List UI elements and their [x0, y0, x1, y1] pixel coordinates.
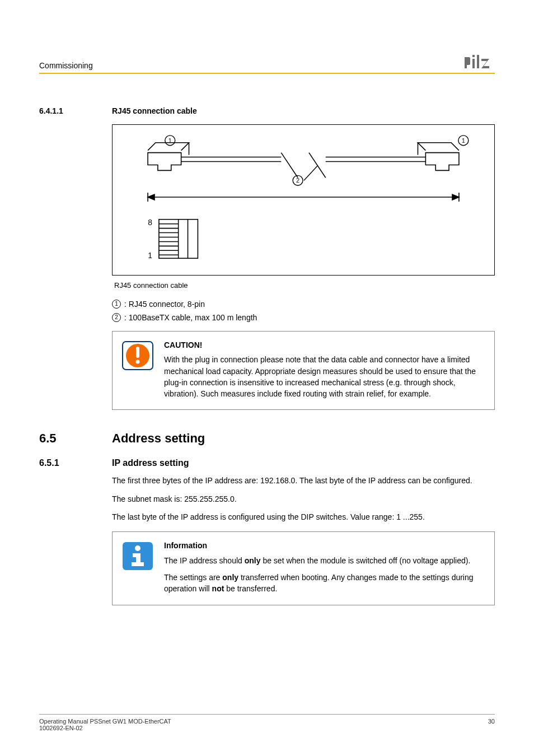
legend-item-1: 1 : RJ45 connector, 8-pin — [112, 300, 495, 309]
info-title: Information — [164, 540, 485, 551]
page-footer: Operating Manual PSSnet GW1 MOD-EtherCAT… — [39, 714, 495, 731]
info-para-2: The settings are only transferred when b… — [164, 572, 485, 595]
footer-line-1: Operating Manual PSSnet GW1 MOD-EtherCAT — [39, 718, 171, 725]
caution-callout: CAUTION! With the plug in connection ple… — [112, 331, 495, 410]
svg-point-38 — [136, 360, 140, 364]
svg-marker-21 — [148, 194, 154, 200]
svg-point-39 — [135, 545, 140, 551]
section-title-rj45: RJ45 connection cable — [112, 106, 495, 115]
section-title-address-setting: Address setting — [112, 431, 495, 446]
svg-rect-1 — [465, 57, 467, 68]
svg-marker-22 — [452, 194, 459, 200]
section-number-6-5: 6.5 — [39, 431, 112, 446]
svg-rect-4 — [477, 55, 479, 68]
svg-text:1: 1 — [168, 137, 172, 144]
svg-text:1: 1 — [148, 251, 152, 260]
page-number: 30 — [488, 718, 495, 731]
information-callout: Information The IP address should only b… — [112, 531, 495, 605]
header-rule — [39, 73, 495, 74]
svg-text:1: 1 — [462, 137, 465, 144]
caution-body: With the plug in connection please note … — [164, 354, 485, 399]
legend-item-2: 2 : 100BaseTX cable, max 100 m length — [112, 313, 495, 322]
legend-2-text: : 100BaseTX cable, max 100 m length — [124, 313, 257, 322]
legend-1-text: : RJ45 connector, 8-pin — [124, 300, 205, 309]
svg-line-17 — [304, 166, 317, 180]
svg-rect-42 — [132, 562, 144, 566]
figure-rj45-cable: 1 1 2 — [112, 124, 495, 276]
caution-title: CAUTION! — [164, 339, 485, 351]
section-number-6-4-1-1: 6.4.1.1 — [39, 106, 112, 115]
running-head-section: Commissioning — [39, 61, 93, 70]
ip-para-2: The subnet mask is: 255.255.255.0. — [112, 493, 495, 505]
circled-one-icon: 1 — [112, 300, 121, 309]
svg-rect-37 — [136, 347, 139, 358]
svg-text:2: 2 — [296, 177, 299, 184]
ip-para-1: The first three bytes of the IP address … — [112, 475, 495, 486]
caution-icon — [121, 339, 154, 399]
ip-para-3: The last byte of the IP address is confi… — [112, 511, 495, 522]
svg-text:8: 8 — [148, 218, 152, 227]
circled-two-icon: 2 — [112, 313, 121, 322]
svg-line-10 — [309, 153, 326, 178]
svg-line-9 — [281, 153, 298, 178]
footer-line-2: 1002692-EN-02 — [39, 725, 171, 731]
svg-rect-3 — [472, 59, 475, 68]
section-title-ip-address: IP address setting — [112, 458, 495, 468]
figure-caption: RJ45 connection cable — [114, 281, 495, 290]
info-icon — [121, 540, 154, 594]
pilz-logo — [465, 55, 495, 72]
info-para-1: The IP address should only be set when t… — [164, 555, 485, 566]
svg-rect-2 — [472, 55, 475, 57]
section-number-6-5-1: 6.5.1 — [39, 458, 112, 468]
